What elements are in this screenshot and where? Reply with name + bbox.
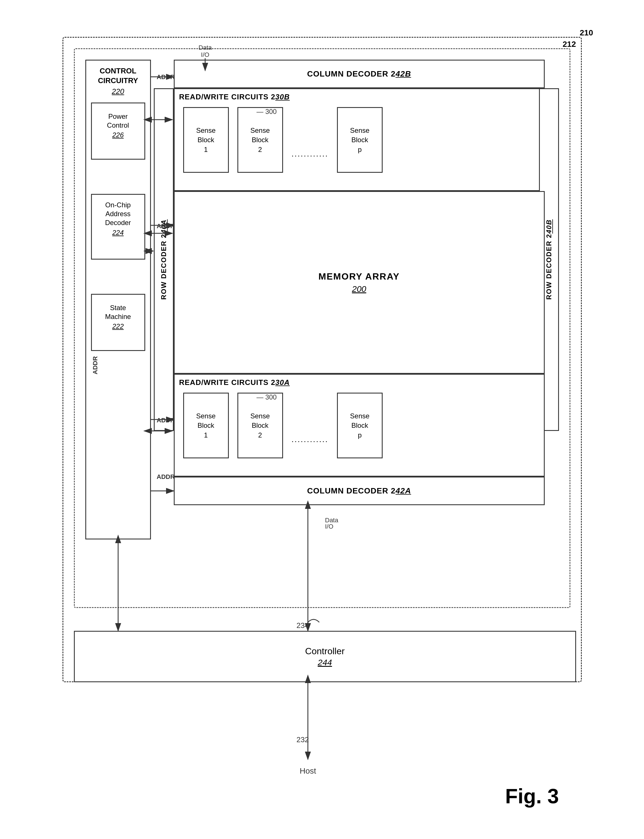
sense-blocks-row-b: SenseBlock1 SenseBlock2 ............ Sen… bbox=[183, 107, 544, 173]
rw-circuits-b-label: READ/WRITE CIRCUITS 230B bbox=[179, 92, 544, 101]
svg-text:Host: Host bbox=[300, 766, 316, 775]
state-machine-label: StateMachine bbox=[92, 303, 145, 321]
ref-210: 210 bbox=[580, 28, 593, 38]
address-decoder-ref: 224 bbox=[92, 229, 145, 237]
svg-text:232: 232 bbox=[296, 735, 309, 744]
sense-block-b1: SenseBlock1 bbox=[183, 107, 229, 173]
control-circuitry-ref: 220 bbox=[86, 87, 150, 96]
controller-ref: 244 bbox=[317, 658, 332, 668]
col-decoder-a-block: COLUMN DECODER 242A bbox=[174, 476, 545, 505]
dots-a: ............ bbox=[292, 435, 329, 444]
state-machine-ref: 222 bbox=[92, 322, 145, 330]
address-decoder-block: On-ChipAddressDecoder 224 bbox=[91, 194, 145, 260]
memory-array-label: MEMORY ARRAY bbox=[319, 271, 400, 282]
col-decoder-b-label: COLUMN DECODER 242B bbox=[307, 69, 411, 79]
row-decoder-a-label: ROW DECODER 240A bbox=[160, 219, 168, 300]
sense-block-ap: SenseBlockp bbox=[337, 393, 383, 458]
figure-label: Fig. 3 bbox=[505, 785, 559, 808]
memory-array-ref: 200 bbox=[352, 284, 366, 294]
row-decoder-a-block: ROW DECODER 240A bbox=[154, 88, 174, 431]
sense-block-a2: SenseBlock2 bbox=[237, 393, 283, 458]
sense-block-bp: SenseBlockp bbox=[337, 107, 383, 173]
control-circuitry-label: CONTROL CIRCUITRY bbox=[86, 66, 150, 86]
power-control-block: PowerControl 226 bbox=[91, 102, 145, 160]
sense-blocks-row-a: SenseBlock1 SenseBlock2 ............ Sen… bbox=[183, 393, 544, 458]
rw-circuits-a-block: READ/WRITE CIRCUITS 230A SenseBlock1 Sen… bbox=[174, 374, 545, 476]
address-decoder-label: On-ChipAddressDecoder bbox=[92, 201, 145, 227]
power-control-label: PowerControl bbox=[92, 112, 145, 130]
power-control-ref: 226 bbox=[92, 131, 145, 139]
row-decoder-b-label: ROW DECODER 240B bbox=[545, 219, 553, 300]
sense-block-a1: SenseBlock1 bbox=[183, 393, 229, 458]
rw-circuits-a-label: READ/WRITE CIRCUITS 230A bbox=[179, 378, 544, 387]
col-decoder-b-block: COLUMN DECODER 242B bbox=[174, 60, 545, 88]
controller-block: Controller 244 bbox=[74, 631, 576, 682]
state-machine-block: StateMachine 222 bbox=[91, 294, 145, 351]
rw-circuits-b-block: READ/WRITE CIRCUITS 230B SenseBlock1 Sen… bbox=[174, 88, 545, 191]
dots-b: ............ bbox=[292, 149, 329, 158]
controller-label: Controller bbox=[305, 646, 345, 656]
memory-array-block: MEMORY ARRAY 200 bbox=[174, 191, 545, 374]
col-decoder-a-label: COLUMN DECODER 242A bbox=[307, 486, 411, 496]
sense-block-b2: SenseBlock2 bbox=[237, 107, 283, 173]
